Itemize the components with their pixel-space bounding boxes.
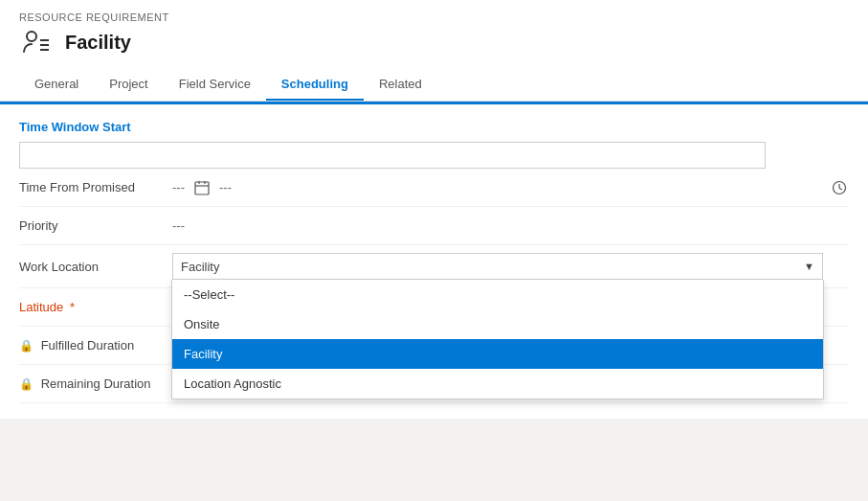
time-from-promised-value: --- --- [172, 178, 849, 197]
tab-navigation: General Project Field Service Scheduling… [19, 69, 849, 101]
svg-point-0 [27, 32, 36, 41]
tab-field-service[interactable]: Field Service [164, 69, 266, 101]
work-location-dropdown[interactable]: Facility ▼ [172, 253, 823, 280]
time-from-promised-value2: --- [219, 180, 232, 194]
tab-general[interactable]: General [19, 69, 94, 101]
tab-related[interactable]: Related [364, 69, 437, 101]
time-window-start-input[interactable] [19, 142, 766, 169]
priority-value: --- [172, 218, 849, 233]
lock-icon-remaining: 🔒 [19, 377, 33, 391]
dropdown-option-location-agnostic[interactable]: Location Agnostic [172, 369, 823, 399]
form-section: Time Window Start Time From Promised ---… [0, 104, 868, 419]
svg-line-10 [839, 188, 842, 190]
section-title: Time Window Start [19, 120, 849, 134]
work-location-value: Facility ▼ --Select-- Onsite Facility Lo… [172, 253, 849, 280]
time-from-promised-label: Time From Promised [19, 180, 172, 194]
priority-dashes: --- [172, 218, 185, 233]
dropdown-option-facility[interactable]: Facility [172, 339, 823, 369]
priority-row: Priority --- [19, 207, 849, 245]
dropdown-option-onsite[interactable]: Onsite [172, 309, 823, 339]
page-title: Facility [65, 32, 131, 54]
required-star: * [70, 300, 75, 314]
lock-icon-fulfilled: 🔒 [19, 339, 33, 353]
work-location-row: Work Location Facility ▼ --Select-- Onsi… [19, 245, 849, 288]
tab-project[interactable]: Project [94, 69, 163, 101]
tab-scheduling[interactable]: Scheduling [266, 69, 364, 101]
calendar-icon-button[interactable] [192, 178, 211, 197]
time-icon-button[interactable] [830, 178, 849, 197]
work-location-dropdown-wrapper: Facility ▼ --Select-- Onsite Facility Lo… [172, 253, 823, 280]
remaining-duration-label: 🔒 Remaining Duration [19, 376, 172, 391]
page-header: RESOURCE REQUIREMENT Facility General Pr… [0, 0, 868, 102]
time-from-promised-value1: --- [172, 180, 185, 194]
chevron-down-icon: ▼ [804, 261, 814, 272]
svg-rect-4 [195, 182, 209, 194]
record-type-label: RESOURCE REQUIREMENT [19, 11, 849, 23]
work-location-label: Work Location [19, 260, 172, 274]
work-location-selected-value: Facility [181, 260, 219, 274]
latitude-label: Latitude * [19, 300, 172, 314]
fulfilled-duration-label: 🔒 Fulfilled Duration [19, 338, 172, 353]
header-title-row: Facility [19, 25, 849, 59]
work-location-dropdown-list: --Select-- Onsite Facility Location Agno… [171, 280, 824, 399]
content-area: Time Window Start Time From Promised ---… [0, 104, 868, 419]
priority-label: Priority [19, 218, 172, 233]
entity-icon [19, 25, 54, 59]
dropdown-option-select[interactable]: --Select-- [172, 280, 823, 309]
time-from-promised-row: Time From Promised --- --- [19, 169, 849, 207]
